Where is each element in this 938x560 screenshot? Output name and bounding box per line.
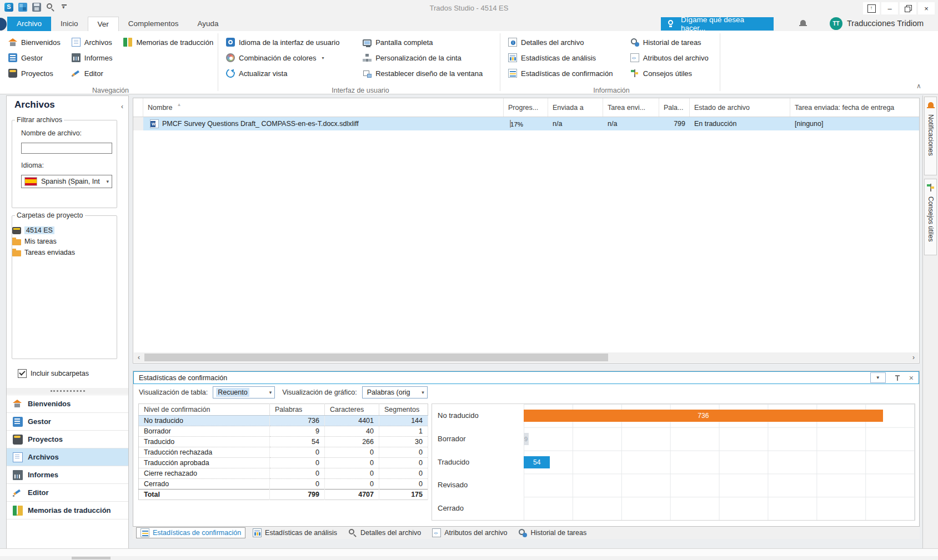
filename-input[interactable]: [21, 143, 112, 154]
sidebar-item-archivos[interactable]: Archivos: [7, 448, 128, 466]
ribbon-detalles-archivo[interactable]: Detalles del archivo: [505, 34, 622, 50]
minimize-button[interactable]: –: [881, 2, 898, 14]
ribbon-informes[interactable]: Informes: [69, 50, 116, 65]
tab-archivo[interactable]: Archivo: [7, 17, 51, 31]
language-select[interactable]: Spanish (Spain, Int ▾: [21, 175, 112, 188]
account-avatar[interactable]: TT: [830, 17, 842, 30]
tab-ayuda[interactable]: Ayuda: [188, 17, 228, 31]
column-header-fecha-entrega[interactable]: Tarea enviada: fecha de entrega: [790, 98, 919, 117]
panel-toolbar: Visualización de tabla: Recuento ▾ Visua…: [133, 384, 919, 401]
stats-col-segmentos[interactable]: Segmentos: [379, 404, 428, 416]
tree-item-4514-es[interactable]: 4514 ES: [12, 225, 54, 235]
sidebar-item-informes[interactable]: Informes: [7, 466, 128, 483]
chart-plot-area: 736 9 54 0 0: [524, 404, 915, 520]
column-header-palabras[interactable]: Pala...: [659, 98, 690, 117]
chart-view-select[interactable]: Palabras (orig ▾: [362, 386, 428, 398]
ribbon-consejos-utiles[interactable]: Consejos útiles: [628, 65, 718, 81]
tab-complementos[interactable]: Complementos: [119, 17, 188, 31]
panel-close-button[interactable]: ×: [909, 374, 914, 382]
progress-bar: 17%: [510, 120, 511, 128]
vertical-tab-notificaciones[interactable]: Notificaciones: [924, 97, 937, 175]
collapse-sidebar-button[interactable]: ‹: [121, 103, 123, 110]
tree-item-mis-tareas[interactable]: Mis tareas: [12, 236, 57, 246]
scroll-right-arrow[interactable]: ›: [909, 352, 919, 362]
ribbon-separator: [720, 33, 720, 91]
panel-dropdown-button[interactable]: ▼: [870, 372, 886, 383]
pin-icon[interactable]: [894, 374, 901, 382]
sidebar-item-proyectos[interactable]: Proyectos: [7, 430, 128, 448]
tab-detalles-archivo[interactable]: Detalles del archivo: [344, 528, 425, 538]
page-horizontal-scrollbar[interactable]: [0, 556, 938, 560]
page-scrollbar-thumb[interactable]: [72, 557, 111, 559]
tell-me-search[interactable]: Dígame qué desea hacer...: [661, 17, 774, 31]
sidebar-item-memorias[interactable]: Memorias de traducción: [7, 501, 128, 519]
ribbon-restablecer-ventana[interactable]: Restablecer diseño de la ventana: [360, 65, 498, 81]
ribbon-atributos-archivo[interactable]: Atributos del archivo: [628, 50, 718, 65]
ribbon-personalizacion-cinta[interactable]: Personalización de la cinta: [360, 50, 498, 65]
tab-inicio[interactable]: Inicio: [51, 17, 88, 31]
sidebar-item-gestor[interactable]: Gestor: [7, 412, 128, 430]
home-icon: [8, 38, 17, 47]
restore-button[interactable]: [900, 2, 916, 14]
tarea-enviada-cell: n/a: [603, 120, 659, 128]
ribbon-memorias[interactable]: Memorias de traducción: [121, 34, 216, 50]
scroll-left-arrow[interactable]: ‹: [134, 352, 144, 362]
file-list-horizontal-scrollbar[interactable]: ‹ ›: [134, 352, 919, 362]
collapse-ribbon-button[interactable]: ∧: [916, 82, 921, 90]
signpost-icon: [926, 183, 935, 192]
sort-asc-icon: ▲: [177, 102, 181, 107]
ribbon-pantalla-completa[interactable]: Pantalla completa: [360, 34, 498, 50]
sidebar-item-bienvenidos[interactable]: Bienvenidos: [7, 395, 128, 412]
notifications-bell-button[interactable]: [799, 19, 807, 28]
column-header-estado[interactable]: Estado de archivo: [690, 98, 790, 117]
ribbon-archivos[interactable]: Archivos: [69, 34, 116, 50]
vertical-tab-consejos-utiles[interactable]: Consejos útiles: [924, 179, 937, 255]
tree-item-tareas-enviadas[interactable]: Tareas enviadas: [12, 247, 75, 258]
title-bar: Trados Studio - 4514 ES ↑ – ×: [0, 0, 938, 17]
stats-row-borrador[interactable]: Borrador 9 40 1: [139, 426, 428, 437]
ribbon-editor[interactable]: Editor: [69, 65, 116, 81]
scrollbar-thumb[interactable]: [144, 354, 608, 361]
ribbon-idioma-interfaz[interactable]: Idioma de la interfaz de usuario: [223, 34, 354, 50]
tab-estadisticas-confirmacion[interactable]: Estadísticas de confirmación: [136, 527, 245, 538]
ribbon-historial-tareas[interactable]: Historial de tareas: [628, 34, 718, 50]
sidebar-item-editor[interactable]: Editor: [7, 483, 128, 501]
sidebar-splitter-handle[interactable]: [7, 388, 128, 394]
ribbon-gestor[interactable]: Gestor: [6, 50, 63, 65]
row-gutter: [133, 117, 143, 130]
stats-row-traduccion-rechazada[interactable]: Traducción rechazada 0 0 0: [139, 447, 428, 458]
ribbon-proyectos[interactable]: Proyectos: [6, 65, 63, 81]
reports-icon: [13, 470, 23, 480]
stats-row-total[interactable]: Total 799 4707 175: [139, 490, 428, 500]
stats-row-cierre-rechazado[interactable]: Cierre rechazado 0 0 0: [139, 468, 428, 479]
column-header-progreso[interactable]: Progres...: [504, 98, 548, 117]
close-button[interactable]: ×: [918, 2, 935, 14]
tab-ver[interactable]: Ver: [88, 17, 119, 31]
stats-col-palabras[interactable]: Palabras: [270, 404, 325, 416]
lightbulb-icon: [666, 19, 675, 28]
ribbon-combinacion-colores[interactable]: Combinación de colores▾: [223, 50, 354, 65]
ribbon-display-button[interactable]: ↑: [863, 2, 880, 14]
file-row-selected[interactable]: PMCF Survey Questions Draft_ COMPASS-en-…: [133, 117, 919, 130]
account-name[interactable]: Traducciones Tridiom: [847, 17, 924, 30]
analysis-stats-icon: [508, 53, 517, 62]
stats-col-nivel[interactable]: Nivel de confirmación: [139, 404, 270, 416]
ribbon-estadisticas-confirmacion[interactable]: Estadísticas de confirmación: [505, 65, 622, 81]
table-view-select[interactable]: Recuento ▾: [213, 386, 275, 398]
stats-row-traduccion-aprobada[interactable]: Traducción aprobada 0 0 0: [139, 458, 428, 468]
tab-historial-tareas[interactable]: Historial de tareas: [514, 528, 590, 538]
include-subfolders-checkbox[interactable]: Incluir subcarpetas: [18, 369, 89, 378]
ribbon-estadisticas-analisis[interactable]: Estadísticas de análisis: [505, 50, 622, 65]
tab-atributos-archivo[interactable]: Atributos del archivo: [428, 528, 511, 538]
ribbon-actualizar-vista[interactable]: Actualizar vista: [223, 65, 354, 81]
stats-row-no-traducido[interactable]: No traducido 736 4401 144: [139, 416, 428, 426]
column-header-enviada-a[interactable]: Enviada a: [548, 98, 603, 117]
column-header-nombre[interactable]: Nombre▲: [143, 98, 504, 117]
stats-col-caracteres[interactable]: Caracteres: [325, 404, 379, 416]
confirmation-stats-icon: [141, 528, 149, 537]
ribbon-bienvenidos[interactable]: Bienvenidos: [6, 34, 63, 50]
tab-estadisticas-analisis[interactable]: Estadísticas de análisis: [249, 528, 341, 538]
stats-row-traducido[interactable]: Traducido 54 266 30: [139, 437, 428, 447]
stats-row-cerrado[interactable]: Cerrado 0 0 0: [139, 479, 428, 490]
column-header-tarea-enviada[interactable]: Tarea envi...: [603, 98, 659, 117]
